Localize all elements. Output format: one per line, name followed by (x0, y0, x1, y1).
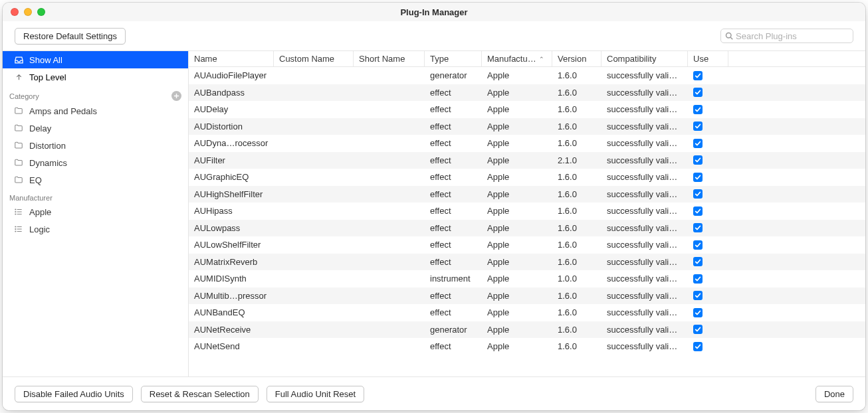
cell-type: effect (425, 122, 482, 131)
use-checkbox[interactable] (693, 189, 703, 199)
table-row[interactable]: AULowpasseffectApple1.6.0successfully va… (189, 220, 865, 237)
cell-manufacturer: Apple (482, 138, 552, 148)
table-row[interactable]: AUAudioFilePlayergeneratorApple1.6.0succ… (189, 67, 865, 84)
plugin-table[interactable]: Name Custom Name Short Name Type Manufac… (189, 51, 865, 376)
cell-type: effect (425, 88, 482, 98)
use-checkbox[interactable] (693, 155, 703, 165)
sidebar-top-level[interactable]: Top Level (3, 68, 188, 86)
col-custom-name[interactable]: Custom Name (274, 51, 354, 66)
use-checkbox[interactable] (693, 291, 703, 300)
sidebar-category-item[interactable]: Distortion (3, 137, 188, 154)
col-use[interactable]: Use (688, 51, 728, 66)
table-row[interactable]: AUHipasseffectApple1.6.0successfully val… (189, 203, 865, 220)
table-row[interactable]: AUMIDISynthinstrumentApple1.0.0successfu… (189, 270, 865, 288)
table-row[interactable]: AUHighShelfFiltereffectApple1.6.0success… (189, 186, 865, 203)
cell-use (688, 122, 728, 131)
col-manufacturer[interactable]: Manufactu…⌃ (482, 51, 552, 66)
table-row[interactable]: AULowShelfFiltereffectApple1.6.0successf… (189, 236, 865, 254)
col-short-name[interactable]: Short Name (354, 51, 425, 66)
use-checkbox[interactable] (693, 139, 703, 148)
cell-name: AUDelay (189, 104, 274, 114)
traffic-lights (3, 8, 45, 16)
sidebar-category-item[interactable]: Dynamics (3, 154, 188, 171)
full-reset-button[interactable]: Full Audio Unit Reset (267, 386, 364, 402)
col-version[interactable]: Version (552, 51, 601, 66)
cell-name: AUGraphicEQ (189, 172, 274, 182)
use-checkbox[interactable] (693, 206, 703, 216)
table-row[interactable]: AUBandpasseffectApple1.6.0successfully v… (189, 84, 865, 102)
table-row[interactable]: AUDistortioneffectApple1.6.0successfully… (189, 118, 865, 135)
use-checkbox[interactable] (693, 223, 703, 232)
sidebar[interactable]: Show All Top Level Category Amps and Ped… (3, 51, 189, 376)
cell-manufacturer: Apple (482, 325, 552, 335)
use-checkbox[interactable] (693, 257, 703, 266)
cell-manufacturer: Apple (482, 104, 552, 114)
col-name[interactable]: Name (189, 51, 274, 66)
use-checkbox[interactable] (693, 122, 703, 131)
add-category-button[interactable] (171, 91, 181, 101)
disable-failed-button[interactable]: Disable Failed Audio Units (15, 386, 133, 402)
list-icon (13, 207, 24, 216)
restore-default-button[interactable]: Restore Default Settings (15, 28, 126, 44)
use-checkbox[interactable] (693, 274, 703, 284)
svg-point-9 (15, 214, 16, 214)
use-checkbox[interactable] (693, 325, 703, 334)
table-row[interactable]: AUMatrixReverbeffectApple1.6.0successful… (189, 254, 865, 271)
table-row[interactable]: AUNetSendeffectApple1.6.0successfully va… (189, 338, 865, 355)
use-checkbox[interactable] (693, 342, 703, 351)
cell-type: effect (425, 341, 482, 351)
table-header-row: Name Custom Name Short Name Type Manufac… (189, 51, 865, 67)
cell-version: 1.6.0 (552, 291, 601, 301)
cell-version: 1.6.0 (552, 223, 601, 233)
table-row[interactable]: AUDelayeffectApple1.6.0successfully vali… (189, 101, 865, 118)
sidebar-category-item[interactable]: Delay (3, 120, 188, 137)
cell-type: effect (425, 291, 482, 301)
sidebar-manufacturer-item[interactable]: Apple (3, 203, 188, 220)
sidebar-manufacturer-header: Manufacturer (3, 189, 188, 203)
close-icon[interactable] (11, 8, 19, 16)
sidebar-show-all[interactable]: Show All (3, 51, 188, 68)
table-row[interactable]: AUDyna…rocessoreffectApple1.6.0successfu… (189, 135, 865, 152)
window-title: Plug-In Manager (3, 7, 865, 17)
folder-icon (13, 158, 24, 167)
cell-use (688, 88, 728, 97)
table-row[interactable]: AUNetReceivegeneratorApple1.6.0successfu… (189, 321, 865, 339)
table-row[interactable]: AUGraphicEQeffectApple1.6.0successfully … (189, 169, 865, 186)
cell-manufacturer: Apple (482, 189, 552, 199)
sidebar-category-item[interactable]: Amps and Pedals (3, 102, 188, 120)
zoom-icon[interactable] (37, 8, 45, 16)
table-row[interactable]: AUNBandEQeffectApple1.6.0successfully va… (189, 304, 865, 321)
table-row[interactable]: AUMultib…pressoreffectApple1.6.0successf… (189, 288, 865, 305)
use-checkbox[interactable] (693, 173, 703, 182)
cell-name: AULowpass (189, 223, 274, 233)
search-field[interactable] (720, 29, 853, 43)
col-type[interactable]: Type (425, 51, 482, 66)
cell-version: 1.6.0 (552, 104, 601, 114)
use-checkbox[interactable] (693, 88, 703, 97)
done-button[interactable]: Done (815, 386, 853, 402)
col-compatibility[interactable]: Compatibility (601, 51, 688, 66)
toolbar: Restore Default Settings (3, 21, 865, 50)
use-checkbox[interactable] (693, 308, 703, 317)
list-icon (13, 224, 24, 234)
reset-rescan-button[interactable]: Reset & Rescan Selection (141, 386, 259, 402)
folder-icon (13, 175, 24, 185)
use-checkbox[interactable] (693, 105, 703, 114)
cell-type: instrument (425, 274, 482, 284)
cell-manufacturer: Apple (482, 341, 552, 351)
cell-manufacturer: Apple (482, 70, 552, 80)
cell-compatibility: successfully vali… (601, 240, 688, 250)
cell-use (688, 206, 728, 216)
use-checkbox[interactable] (693, 71, 703, 80)
use-checkbox[interactable] (693, 240, 703, 250)
cell-manufacturer: Apple (482, 257, 552, 267)
sidebar-manufacturer-item[interactable]: Logic (3, 220, 188, 238)
search-input[interactable] (736, 31, 849, 41)
sidebar-item-label: Distortion (29, 141, 66, 151)
table-row[interactable]: AUFiltereffectApple2.1.0successfully val… (189, 152, 865, 169)
cell-use (688, 257, 728, 266)
minimize-icon[interactable] (24, 8, 32, 16)
cell-compatibility: successfully vali… (601, 189, 688, 199)
sidebar-category-item[interactable]: EQ (3, 171, 188, 189)
sidebar-item-label: Show All (29, 55, 62, 65)
